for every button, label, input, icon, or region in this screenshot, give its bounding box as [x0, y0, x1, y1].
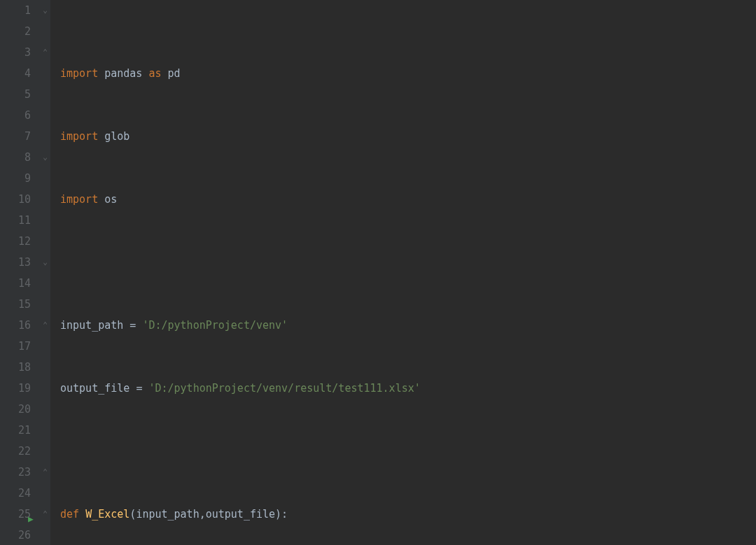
line-number: 1 — [0, 0, 31, 21]
code-editor: 1234567891011121314151617181920212223242… — [0, 0, 756, 545]
identifier: input_path — [60, 319, 123, 332]
keyword: import — [60, 193, 98, 206]
fold-column: ▶ ⌄⌃⌄⌄⌃⌃⌃ — [41, 0, 50, 545]
line-number: 2 — [0, 21, 31, 42]
string: 'D:/pythonProject/venv' — [142, 319, 288, 332]
string: 'D:/pythonProject/venv/result/test111.xl… — [148, 382, 420, 395]
code-line[interactable]: import pandas as pd — [60, 63, 756, 84]
code-line[interactable]: import os — [60, 189, 756, 210]
line-number: 6 — [0, 105, 31, 126]
line-number: 26 — [0, 525, 31, 545]
line-number: 16 — [0, 315, 31, 336]
code-line[interactable]: import glob — [60, 126, 756, 147]
fold-close-icon[interactable]: ⌃ — [41, 48, 49, 56]
operator: = — [136, 382, 142, 395]
line-number: 22 — [0, 441, 31, 462]
line-number: 15 — [0, 294, 31, 315]
fold-open-icon[interactable]: ⌄ — [41, 6, 49, 14]
line-number: 10 — [0, 189, 31, 210]
identifier: os — [104, 193, 117, 206]
parameter: output_file — [206, 508, 275, 521]
line-number: 23 — [0, 462, 31, 483]
line-number: 8 — [0, 147, 31, 168]
line-number: 17 — [0, 336, 31, 357]
code-line[interactable]: def W_Excel(input_path,output_file): — [60, 504, 756, 525]
parameter: input_path — [136, 508, 199, 521]
keyword: import — [60, 67, 98, 80]
identifier: pandas — [104, 67, 142, 80]
line-number: 11 — [0, 210, 31, 231]
line-number: 5 — [0, 84, 31, 105]
keyword: import — [60, 130, 98, 143]
line-number: 12 — [0, 231, 31, 252]
identifier: pd — [168, 67, 181, 80]
function-name: W_Excel — [85, 508, 130, 521]
line-number: 18 — [0, 357, 31, 378]
punct: ): — [275, 508, 288, 521]
line-number: 21 — [0, 420, 31, 441]
line-number: 25 — [0, 504, 31, 525]
fold-close-icon[interactable]: ⌃ — [41, 321, 49, 329]
code-line[interactable]: output_file = 'D:/pythonProject/venv/res… — [60, 378, 756, 399]
operator: = — [130, 319, 136, 332]
identifier: output_file — [60, 382, 130, 395]
line-number: 14 — [0, 273, 31, 294]
identifier: glob — [104, 130, 130, 143]
fold-close-icon[interactable]: ⌃ — [41, 468, 49, 476]
line-number: 24 — [0, 483, 31, 504]
run-gutter-icon[interactable]: ▶ — [28, 509, 34, 530]
punct: , — [200, 508, 206, 521]
line-number: 20 — [0, 399, 31, 420]
line-number: 4 — [0, 63, 31, 84]
fold-close-icon[interactable]: ⌃ — [41, 510, 49, 518]
fold-open-icon[interactable]: ⌄ — [41, 258, 49, 266]
line-number: 19 — [0, 378, 31, 399]
line-number: 3 — [0, 42, 31, 63]
line-number: 13 — [0, 252, 31, 273]
code-area[interactable]: import pandas as pd import glob import o… — [50, 0, 756, 545]
code-line[interactable]: input_path = 'D:/pythonProject/venv' — [60, 315, 756, 336]
code-line[interactable] — [60, 252, 756, 273]
line-number: 9 — [0, 168, 31, 189]
line-number-gutter: 1234567891011121314151617181920212223242… — [0, 0, 41, 545]
code-line[interactable] — [60, 441, 756, 462]
fold-open-icon[interactable]: ⌄ — [41, 153, 49, 161]
keyword: def — [60, 508, 79, 521]
keyword: as — [148, 67, 161, 80]
line-number: 7 — [0, 126, 31, 147]
